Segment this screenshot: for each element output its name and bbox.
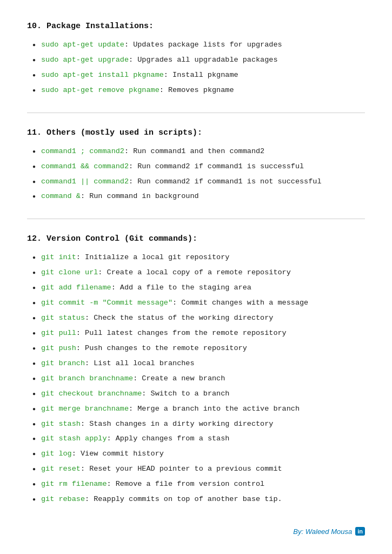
list-item: git rebase: Reapply commits on top of an… <box>32 494 365 505</box>
section-12: 12. Version Control (Git commands): git … <box>27 234 365 505</box>
linkedin-icon[interactable]: in <box>355 527 365 536</box>
list-item: sudo apt-get upgrade: Upgrades all upgra… <box>32 55 365 66</box>
list-item: command &: Run command in background <box>32 191 365 202</box>
divider-2 <box>27 219 365 219</box>
list-item: git pull: Pull latest changes from the r… <box>32 328 365 339</box>
list-item: git clone url: Create a local copy of a … <box>32 267 365 279</box>
section-11-list: command1 ; command2: Run command1 and th… <box>27 146 365 203</box>
list-item: git branch branchname: Create a new bran… <box>32 373 365 385</box>
footer: By: Waleed Mousa in <box>27 527 365 536</box>
section-11-title: 11. Others (mostly used in scripts): <box>27 128 365 137</box>
footer-text: By: Waleed Mousa <box>293 527 352 536</box>
list-item: sudo apt-get update: Updates package lis… <box>32 39 365 51</box>
list-item: git init: Initialize a local git reposit… <box>32 252 365 263</box>
section-12-title: 12. Version Control (Git commands): <box>27 234 365 243</box>
list-item: command1 || command2: Run command2 if co… <box>32 176 365 188</box>
list-item: sudo apt-get install pkgname: Install pk… <box>32 70 365 81</box>
list-item: git add filename: Add a file to the stag… <box>32 282 365 294</box>
divider-1 <box>27 113 365 113</box>
section-10-list: sudo apt-get update: Updates package lis… <box>27 39 365 96</box>
list-item: command1 && command2: Run command2 if co… <box>32 161 365 173</box>
section-10-title: 10. Package Installations: <box>27 22 365 31</box>
list-item: command1 ; command2: Run command1 and th… <box>32 146 365 157</box>
list-item: git branch: List all local branches <box>32 358 365 370</box>
section-11: 11. Others (mostly used in scripts): com… <box>27 128 365 203</box>
list-item: git stash apply: Apply changes from a st… <box>32 433 365 445</box>
list-item: git status: Check the status of the work… <box>32 313 365 324</box>
section-12-list: git init: Initialize a local git reposit… <box>27 252 365 505</box>
list-item: git reset: Reset your HEAD pointer to a … <box>32 464 365 475</box>
section-10: 10. Package Installations: sudo apt-get … <box>27 22 365 96</box>
list-item: git commit -m "Commit message": Commit c… <box>32 298 365 309</box>
list-item: git merge branchname: Merge a branch int… <box>32 404 365 415</box>
list-item: git checkout branchname: Switch to a bra… <box>32 388 365 400</box>
list-item: git stash: Stash changes in a dirty work… <box>32 419 365 430</box>
list-item: git push: Push changes to the remote rep… <box>32 343 365 354</box>
list-item: git rm filename: Remove a file from vers… <box>32 479 365 490</box>
list-item: sudo apt-get remove pkgname: Removes pkg… <box>32 85 365 96</box>
list-item: git log: View commit history <box>32 449 365 460</box>
